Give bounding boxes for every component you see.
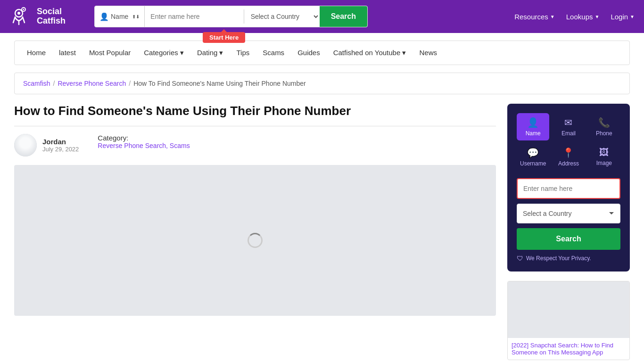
chevron-icon: ⬆⬇: [132, 14, 140, 19]
sidebar-country-select[interactable]: Select a Country: [517, 204, 620, 223]
search-tab-username[interactable]: 💬Username: [517, 143, 549, 171]
logo-social: Social: [37, 7, 66, 16]
search-tabs: 👤Name✉Email📞Phone💬Username📍Address🖼Image: [517, 113, 620, 171]
svg-line-4: [13, 17, 15, 23]
title-divider: [14, 126, 496, 126]
search-type-label: Name: [111, 13, 128, 20]
site-logo[interactable]: Social Catfish: [9, 5, 85, 28]
header-navigation: Resources ▼ Lookups ▼ Login ▼: [514, 13, 635, 21]
tab-label: Email: [561, 130, 576, 137]
related-widget: [2022] Snapchat Search: How to Find Some…: [507, 281, 630, 360]
tab-icon: 📍: [562, 147, 574, 158]
search-type-selector[interactable]: 👤 Name ⬆⬇: [95, 6, 145, 27]
secondary-nav-item[interactable]: Guides: [291, 41, 327, 64]
tab-icon: ✉: [564, 117, 572, 128]
search-button[interactable]: Search: [320, 6, 367, 27]
lookups-dropdown-icon: ▼: [594, 14, 599, 19]
related-article-title[interactable]: [2022] Snapchat Search: How to Find Some…: [508, 338, 629, 360]
author-avatar: [14, 134, 37, 156]
breadcrumb-sep-2: /: [129, 80, 131, 87]
author-row: Jordan July 29, 2022 Category: Reverse P…: [14, 134, 496, 156]
secondary-nav-item[interactable]: Scams: [256, 41, 291, 64]
secondary-nav-item[interactable]: News: [413, 41, 444, 64]
main-content: How to Find Someone's Name Using Their P…: [14, 104, 630, 360]
publish-date: July 29, 2022: [42, 146, 79, 153]
tab-label: Phone: [596, 130, 612, 137]
name-search-input[interactable]: [145, 6, 243, 27]
country-select[interactable]: Select a Country: [244, 6, 320, 27]
author-info: Jordan July 29, 2022: [14, 134, 79, 156]
tab-label: Image: [596, 160, 612, 166]
search-tab-phone[interactable]: 📞Phone: [588, 113, 620, 140]
main-search-bar: 👤 Name ⬆⬇ Select a Country Search: [94, 6, 368, 27]
start-here-tooltip: Start Here: [203, 32, 245, 43]
category-label: Category:: [98, 134, 190, 142]
breadcrumb-sep-1: /: [53, 80, 55, 87]
tab-icon: 📞: [598, 117, 610, 128]
search-tab-name[interactable]: 👤Name: [517, 113, 549, 140]
related-article-image: [508, 281, 629, 338]
sidebar: 👤Name✉Email📞Phone💬Username📍Address🖼Image…: [507, 104, 630, 360]
article-area: How to Find Someone's Name Using Their P…: [14, 104, 496, 360]
category-links[interactable]: Reverse Phone Search, Scams: [98, 142, 190, 149]
resources-link[interactable]: Resources ▼: [514, 13, 555, 21]
avatar-image: [14, 134, 37, 156]
logo-catfish: Catfish: [37, 16, 66, 26]
breadcrumb-reverse-phone[interactable]: Reverse Phone Search: [58, 80, 126, 87]
breadcrumb-current: How To Find Someone's Name Using Their P…: [133, 80, 306, 87]
tab-label: Username: [520, 160, 546, 167]
secondary-nav-item[interactable]: Home: [20, 41, 52, 64]
svg-line-5: [23, 17, 25, 23]
shield-icon: 🛡: [517, 255, 523, 262]
login-link[interactable]: Login ▼: [611, 13, 635, 21]
search-tab-image[interactable]: 🖼Image: [588, 143, 620, 171]
author-name: Jordan: [42, 138, 79, 146]
breadcrumb-scamfish[interactable]: Scamfish: [23, 80, 50, 87]
loading-spinner: [248, 233, 263, 248]
login-dropdown-icon: ▼: [630, 14, 635, 19]
site-header: Social Catfish 👤 Name ⬆⬇ Select a Countr…: [0, 0, 644, 33]
secondary-nav-item[interactable]: Dating ▾: [190, 41, 230, 65]
secondary-nav-item[interactable]: latest: [52, 41, 83, 64]
search-widget: 👤Name✉Email📞Phone💬Username📍Address🖼Image…: [507, 104, 630, 272]
author-details: Jordan July 29, 2022: [42, 138, 79, 153]
secondary-nav-item[interactable]: Most Popular: [83, 41, 137, 64]
sidebar-search-button[interactable]: Search: [517, 228, 620, 250]
tab-label: Address: [558, 160, 579, 167]
article-title: How to Find Someone's Name Using Their P…: [14, 104, 496, 118]
person-icon: 👤: [99, 12, 109, 21]
privacy-text: We Respect Your Privacy.: [526, 255, 591, 262]
secondary-nav-item[interactable]: Tips: [230, 41, 256, 64]
privacy-note: 🛡 We Respect Your Privacy.: [517, 255, 620, 262]
tab-icon: 👤: [527, 117, 539, 128]
secondary-navigation: HomelatestMost PopularCategories ▾Dating…: [14, 41, 630, 65]
sidebar-name-input[interactable]: [517, 178, 620, 199]
breadcrumb: Scamfish / Reverse Phone Search / How To…: [14, 73, 630, 94]
lookups-link[interactable]: Lookups ▼: [566, 13, 600, 21]
svg-point-1: [17, 12, 20, 15]
tab-label: Name: [526, 130, 541, 137]
tab-icon: 💬: [527, 147, 539, 158]
tab-icon: 🖼: [599, 147, 609, 158]
search-tab-email[interactable]: ✉Email: [552, 113, 585, 140]
secondary-nav-item[interactable]: Categories ▾: [137, 41, 190, 65]
article-featured-image: [14, 165, 496, 316]
category-info: Category: Reverse Phone Search, Scams: [98, 134, 190, 149]
resources-dropdown-icon: ▼: [550, 14, 555, 19]
secondary-nav-item[interactable]: Catfished on Youtube ▾: [327, 41, 413, 65]
svg-point-3: [23, 9, 25, 10]
search-tab-address[interactable]: 📍Address: [552, 143, 585, 171]
